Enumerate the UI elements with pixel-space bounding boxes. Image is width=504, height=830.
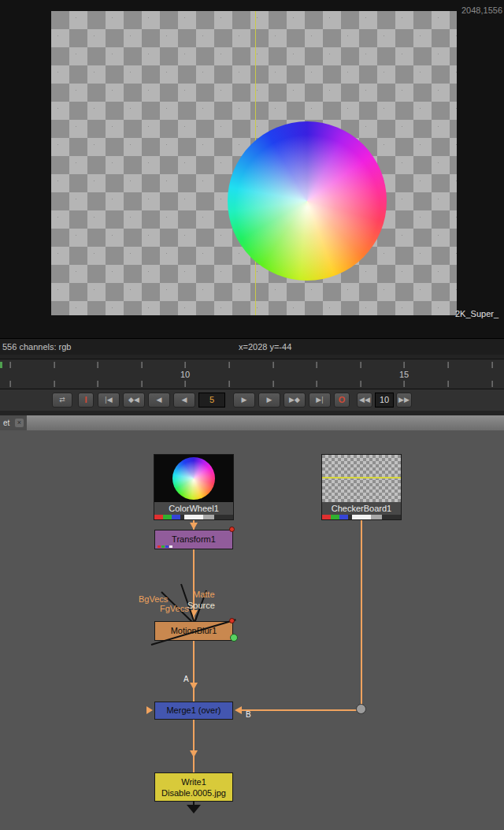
node-label: ColorWheel1 (154, 502, 233, 515)
goto-end-button[interactable]: ▶| (309, 393, 331, 408)
motionblur-input-bgvecs-label: BgVecs (139, 594, 168, 604)
node-label: Write1 (155, 776, 232, 787)
jump-forward-button[interactable]: ▶▶ (396, 393, 412, 408)
viewer-format-label: 2K_Super_ (455, 309, 498, 318)
current-frame-field[interactable]: 5 (198, 393, 225, 408)
tab-label: et (3, 419, 9, 427)
cursor-position-readout: x=2028 y=-44 (239, 339, 291, 355)
node-checkerboard1[interactable]: CheckerBoard1 (321, 454, 402, 520)
viewer-panel[interactable]: 2048,1556 2K_Super_ (0, 0, 504, 338)
viewer-resolution-readout: 2048,1556 (461, 6, 502, 15)
colorwheel-render (228, 121, 387, 281)
arrowhead-icon (190, 683, 198, 690)
error-indicator-dot (229, 527, 235, 532)
timeline-ticks-bottom (0, 381, 504, 387)
merge-input-b-label: B (246, 710, 251, 719)
node-label: Transform1 (172, 534, 216, 544)
checkerboard-guide-line (322, 477, 401, 478)
checkerboard1-thumbnail (322, 455, 401, 502)
colorwheel-thumb-image (172, 457, 215, 500)
arrowhead-icon (235, 706, 242, 714)
wire-elbow-to-merge-b (239, 709, 358, 711)
node-sublabel: Disable.0005.jpg (155, 787, 232, 798)
wire-checkerboard-down (361, 519, 362, 709)
goto-start-button[interactable]: |◀ (98, 393, 120, 408)
play-backward-button[interactable]: ◀ (173, 393, 195, 408)
timeline-range-marker (0, 362, 2, 368)
colorwheel1-thumbnail (154, 455, 233, 502)
timeline-label-10: 10 (180, 370, 190, 379)
node-graph[interactable]: A B BgVecs FgVecs Matte Source ColorWhee… (0, 430, 504, 830)
status-indicator-dot (230, 634, 238, 642)
wire-elbow-dot[interactable] (356, 704, 366, 714)
set-in-point-button[interactable]: I (78, 393, 94, 408)
playback-mode-button[interactable]: ⇄ (52, 393, 72, 408)
transport-bar: ⇄ I |◀ ◆◀ ◀ ◀ 5 ▶ ▶ ▶◆ ▶| O ◀◀ 10 ▶▶ (0, 389, 504, 411)
viewer-status-bar: 556 channels: rgb x=2028 y=-44 (0, 338, 504, 355)
node-transform1[interactable]: Transform1 (154, 530, 233, 549)
step-forward-button[interactable]: ▶ (258, 393, 280, 408)
timeline-ruler[interactable]: 10 15 (0, 359, 504, 389)
motionblur-input-source-label: Source (187, 601, 215, 610)
error-indicator-dot (229, 618, 235, 623)
timeline-ticks-top (0, 362, 504, 368)
nuke-window: 2048,1556 2K_Super_ 556 channels: rgb x=… (0, 0, 504, 830)
channels-readout: 556 channels: rgb (2, 339, 71, 355)
channel-strip (154, 515, 233, 519)
wire-motionblur-to-merge (193, 641, 195, 702)
node-write1[interactable]: Write1 Disable.0005.jpg (154, 772, 233, 802)
merge-mask-input-arrow-icon (146, 706, 153, 714)
viewer-image-checkerboard[interactable] (51, 11, 457, 315)
motionblur-input-fgvecs-label: FgVecs (160, 604, 189, 613)
timeline-label-15: 15 (399, 370, 409, 379)
pane-tab-bar: et × (0, 415, 504, 430)
channel-strip (322, 515, 401, 519)
node-colorwheel1[interactable]: ColorWheel1 (154, 454, 234, 520)
node-label: Merge1 (over) (166, 705, 220, 715)
node-merge1[interactable]: Merge1 (over) (154, 702, 233, 720)
prev-keyframe-button[interactable]: ◆◀ (123, 393, 145, 408)
set-out-point-button[interactable]: O (334, 393, 350, 408)
frame-increment-field[interactable]: 10 (375, 393, 394, 408)
wire-merge-to-write (193, 720, 195, 773)
node-label: CheckerBoard1 (322, 502, 401, 515)
play-forward-button[interactable]: ▶ (233, 393, 255, 408)
next-keyframe-button[interactable]: ▶◆ (284, 393, 306, 408)
channel-strip-mini (158, 545, 173, 548)
arrowhead-icon (190, 750, 198, 757)
arrowhead-icon (190, 523, 198, 530)
jump-back-button[interactable]: ◀◀ (357, 393, 372, 408)
write-output-arrow-icon (187, 805, 201, 813)
merge-input-a-label: A (183, 675, 189, 683)
tab-close-icon[interactable]: × (15, 419, 24, 427)
step-back-button[interactable]: ◀ (148, 393, 170, 408)
tab-node-graph[interactable]: et × (0, 415, 27, 430)
motionblur-input-matte-label: Matte (193, 590, 215, 599)
